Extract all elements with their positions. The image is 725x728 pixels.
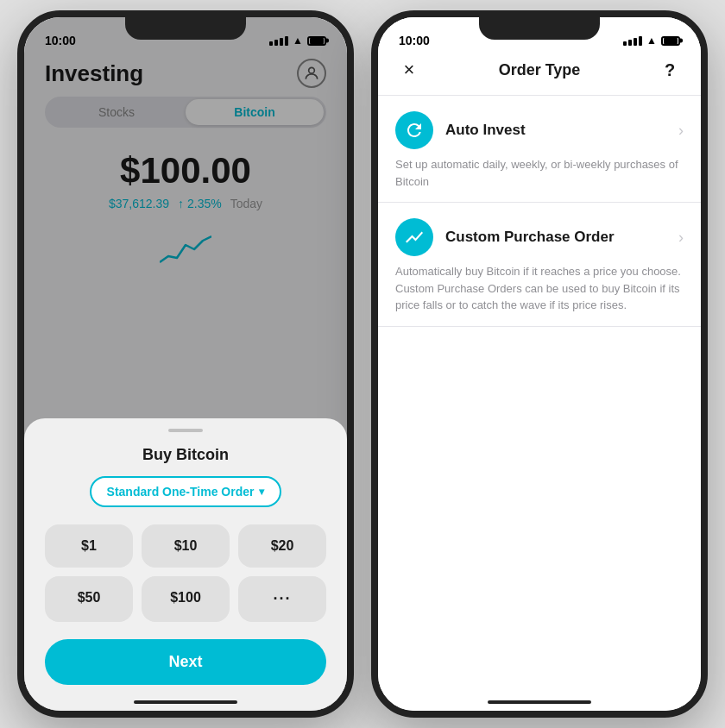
- sheet-handle: [168, 429, 203, 432]
- custom-order-desc: Automatically buy Bitcoin if it reaches …: [395, 263, 684, 314]
- amount-more[interactable]: ···: [238, 576, 326, 622]
- next-button[interactable]: Next: [45, 639, 326, 685]
- close-button[interactable]: ×: [395, 59, 423, 81]
- custom-order-icon: [395, 218, 433, 256]
- amount-50[interactable]: $50: [45, 576, 133, 622]
- status-icons-right: ▲: [623, 35, 680, 47]
- custom-order-label: Custom Purchase Order: [445, 229, 615, 246]
- notch: [125, 17, 246, 40]
- auto-invest-option[interactable]: Auto Invest › Set up automatic daily, we…: [378, 96, 701, 203]
- auto-invest-label: Auto Invest: [445, 122, 526, 139]
- time-right: 10:00: [399, 34, 430, 47]
- custom-order-option[interactable]: Custom Purchase Order › Automatically bu…: [378, 203, 701, 327]
- custom-order-row: Custom Purchase Order ›: [395, 218, 684, 256]
- left-phone: 10:00 ▲ Investing: [17, 10, 354, 718]
- auto-invest-icon: [395, 111, 433, 149]
- chevron-down-icon: ▾: [259, 486, 264, 498]
- bottom-sheet: Buy Bitcoin Standard One-Time Order ▾ $1…: [24, 418, 347, 711]
- header-title: Order Type: [499, 61, 581, 79]
- battery-icon-right: [661, 36, 680, 46]
- order-type-button[interactable]: Standard One-Time Order ▾: [90, 476, 282, 507]
- amount-1[interactable]: $1: [45, 524, 133, 568]
- custom-order-left: Custom Purchase Order: [395, 218, 615, 256]
- signal-icon-right: [623, 36, 642, 46]
- order-type-label: Standard One-Time Order: [107, 485, 255, 499]
- home-indicator-right: [488, 700, 591, 704]
- home-indicator-left: [134, 700, 237, 704]
- amount-10[interactable]: $10: [142, 524, 230, 568]
- order-type-header: × Order Type ?: [378, 55, 701, 96]
- wifi-icon-right: ▲: [646, 35, 657, 47]
- auto-invest-desc: Set up automatic daily, weekly, or bi-we…: [395, 156, 684, 190]
- auto-invest-left: Auto Invest: [395, 111, 526, 149]
- notch-right: [479, 17, 600, 40]
- right-phone: 10:00 ▲ × Order Type ?: [371, 10, 708, 718]
- amount-grid: $1 $10 $20 $50 $100 ···: [45, 524, 326, 622]
- amount-20[interactable]: $20: [238, 524, 326, 568]
- help-button[interactable]: ?: [656, 60, 684, 80]
- custom-order-chevron: ›: [678, 229, 684, 247]
- auto-invest-row: Auto Invest ›: [395, 111, 684, 149]
- amount-100[interactable]: $100: [142, 576, 230, 622]
- sheet-title: Buy Bitcoin: [45, 446, 326, 464]
- auto-invest-chevron: ›: [678, 122, 684, 140]
